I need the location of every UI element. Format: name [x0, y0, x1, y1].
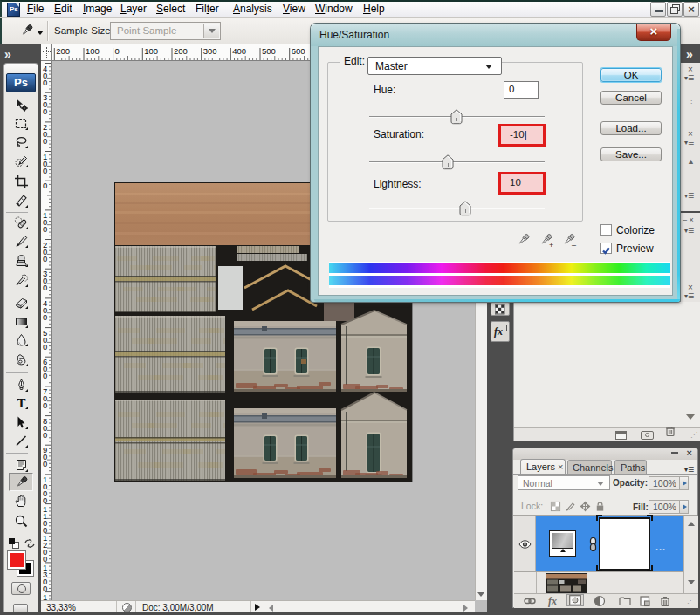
svg-text:0: 0	[43, 106, 47, 116]
svg-text:0: 0	[43, 181, 47, 190]
svg-text:0: 0	[43, 283, 47, 292]
svg-text:1: 1	[43, 592, 47, 600]
svg-text:0: 0	[43, 400, 47, 410]
svg-text:100: 100	[144, 46, 158, 56]
svg-text:fx: fx	[548, 595, 557, 607]
svg-text:0: 0	[43, 78, 47, 87]
svg-text:600: 600	[292, 46, 305, 56]
svg-text:0: 0	[43, 166, 47, 175]
svg-text:0: 0	[43, 459, 47, 468]
svg-text:0: 0	[43, 224, 47, 234]
svg-text:0: 0	[115, 46, 120, 56]
svg-text:0: 0	[43, 312, 47, 322]
svg-text:0: 0	[43, 254, 47, 263]
svg-text:200: 200	[56, 46, 70, 56]
svg-text:100: 100	[86, 46, 100, 56]
svg-text:0: 0	[43, 342, 47, 352]
svg-text:300: 300	[203, 46, 217, 56]
svg-text:0: 0	[43, 136, 47, 146]
svg-text:200: 200	[174, 46, 188, 56]
svg-text:500: 500	[262, 46, 276, 56]
svg-text:0: 0	[43, 430, 47, 440]
svg-text:400: 400	[232, 46, 246, 56]
svg-text:T: T	[17, 395, 25, 409]
svg-text:0: 0	[43, 371, 47, 380]
